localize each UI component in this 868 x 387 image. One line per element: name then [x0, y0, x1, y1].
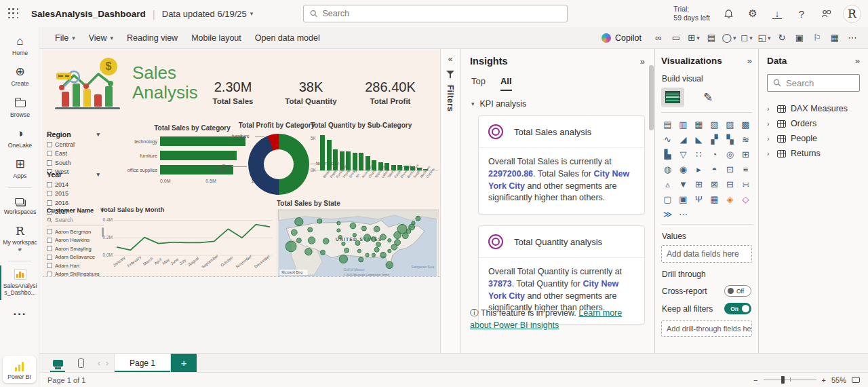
checkbox[interactable]	[47, 191, 52, 196]
sidebar-item-my-workspace[interactable]: R My workspace	[0, 221, 39, 257]
bar-binders[interactable]	[320, 135, 325, 170]
area-chart-icon[interactable]: ◢	[677, 134, 690, 145]
qa-icon[interactable]: ▢	[661, 194, 674, 205]
metrics-icon[interactable]: Ψ	[692, 194, 705, 205]
region-slicer[interactable]: Region▾ CentralEastSouthWest	[47, 130, 100, 175]
sidebar-item-apps[interactable]: ⊞ Apps	[0, 154, 39, 183]
map-bubble[interactable]	[388, 238, 391, 242]
checkbox[interactable]	[47, 151, 52, 156]
app-launcher-icon[interactable]	[8, 8, 19, 19]
fit-to-page-icon[interactable]	[852, 377, 860, 383]
checkbox[interactable]	[47, 182, 52, 187]
filled-map-icon[interactable]: ◉	[677, 164, 690, 175]
build-visual-tab[interactable]	[661, 88, 684, 107]
slicer-option[interactable]: Central	[47, 141, 100, 148]
data-table-dax-measures[interactable]: ›DAX Measures	[767, 101, 860, 116]
map-bubble[interactable]	[386, 261, 393, 269]
tab-top[interactable]: Top	[471, 76, 486, 91]
slicer-option[interactable]: East	[47, 150, 100, 157]
kpi-total-profit[interactable]: 286.40KTotal Profit	[344, 79, 436, 105]
map-bubble[interactable]	[374, 247, 379, 252]
tab-all[interactable]: All	[500, 76, 512, 91]
donut-chart-icon[interactable]: ◎	[724, 149, 736, 160]
treemap-icon[interactable]: ⊞	[739, 149, 752, 160]
prev-page-icon[interactable]: ‹	[98, 358, 100, 368]
map-bubble[interactable]	[337, 229, 340, 232]
zoom-slider[interactable]	[764, 380, 816, 381]
shapes-icon[interactable]: ◯▾	[720, 31, 738, 45]
kpi-total-sales[interactable]: 2.30MTotal Sales	[191, 79, 275, 105]
map-bubble[interactable]	[339, 255, 347, 263]
expand-chevron-icon[interactable]: ›	[767, 149, 772, 158]
sales-by-state-map[interactable]: Total Sales by State UNITED STATES Gulf …	[277, 200, 440, 277]
map-bubble[interactable]	[337, 221, 340, 225]
zoom-out-button[interactable]: −	[753, 376, 757, 384]
sales-by-month-chart[interactable]: Total Sales by Month 0.0M0.2M0.4M Januar…	[100, 206, 274, 270]
next-page-icon[interactable]: ›	[106, 358, 108, 368]
menu-view[interactable]: View▾	[83, 31, 119, 45]
gift-icon[interactable]: ▦	[826, 31, 844, 45]
kpi-icon[interactable]: ▵	[661, 179, 674, 190]
desktop-view-button[interactable]	[46, 354, 69, 372]
map-bubble[interactable]	[320, 250, 325, 255]
quantity-by-subcategory-chart[interactable]: Total Quantity by Sub-Category 5K 0K Bin…	[311, 122, 438, 185]
map-bubble[interactable]	[416, 216, 420, 221]
checkbox[interactable]	[47, 160, 52, 166]
power-bi-switcher[interactable]: Power BI	[3, 356, 36, 383]
save-icon[interactable]: ▣	[791, 31, 808, 45]
map-bubble[interactable]	[342, 242, 345, 245]
menu-file[interactable]: File▾	[49, 31, 81, 45]
map-bubble[interactable]	[355, 240, 360, 245]
map-bubble[interactable]	[371, 237, 376, 242]
checkbox[interactable]	[47, 142, 52, 147]
map-bubble[interactable]	[374, 226, 380, 232]
cross-report-toggle[interactable]: Off	[724, 285, 751, 297]
map-bubble[interactable]	[296, 238, 301, 243]
help-icon[interactable]: ?	[794, 8, 809, 20]
expand-chevron-icon[interactable]: ›	[767, 119, 772, 128]
filter-icon[interactable]	[446, 71, 454, 78]
scatter-chart-icon[interactable]: ∷	[692, 149, 705, 160]
decomposition-tree-icon[interactable]: ∺	[739, 179, 752, 190]
data-table-orders[interactable]: ›Orders	[767, 116, 860, 131]
add-drill-through-fields-well[interactable]: Add drill-through fields here	[661, 320, 752, 337]
sidebar-item-browse[interactable]: Browse	[0, 92, 39, 122]
explore-icon[interactable]: ∞	[650, 31, 667, 45]
menu-reading-view[interactable]: Reading view	[121, 31, 184, 45]
waterfall-chart-icon[interactable]: ▙	[661, 149, 674, 160]
map-bubble[interactable]	[402, 233, 408, 239]
stacked-bar-chart-icon[interactable]: ▤	[661, 119, 674, 130]
slicer-option[interactable]: Adam Shillingsburg	[47, 271, 104, 277]
add-page-button[interactable]: +	[171, 354, 197, 372]
slicer-option[interactable]: Aaron Bergman	[47, 229, 104, 235]
kpi-total-quantity[interactable]: 38KTotal Quantity	[269, 79, 353, 105]
sidebar-item-home[interactable]: ⌂ Home	[0, 31, 39, 60]
multi-row-card-icon[interactable]: ≡	[739, 164, 752, 175]
slicer-option[interactable]: Adam Bellavance	[47, 254, 104, 260]
data-table-people[interactable]: ›People	[767, 131, 860, 146]
filters-pane-label[interactable]: Filters	[446, 85, 455, 112]
more-visuals-icon[interactable]: ⋯	[677, 208, 690, 220]
search-input[interactable]	[322, 9, 561, 18]
sidebar-item-salesanalysis-report[interactable]: SalesAnalysis_Dashbo...	[0, 265, 39, 300]
bar-furnishings[interactable]	[333, 149, 338, 170]
map-bubble[interactable]	[376, 242, 380, 246]
map-bubble[interactable]	[291, 229, 297, 236]
checkbox[interactable]	[47, 246, 52, 251]
text-box-icon[interactable]: ▤	[703, 31, 720, 45]
pie-chart-icon[interactable]: ◔	[708, 149, 721, 160]
map-bubble[interactable]	[295, 217, 303, 225]
map-bubble[interactable]	[406, 229, 411, 234]
power-apps-icon[interactable]: ◇	[739, 194, 752, 205]
pin-icon[interactable]: ⚐	[808, 31, 826, 45]
card-icon[interactable]: ⊡	[724, 164, 736, 175]
map-bubble[interactable]	[350, 223, 356, 229]
text-slicer-icon[interactable]: ⊟	[724, 179, 736, 190]
menu-mobile-layout[interactable]: Mobile layout	[185, 31, 248, 45]
present-icon[interactable]: ◻▾	[738, 31, 755, 45]
map-bubble[interactable]	[305, 248, 313, 255]
line-chart-icon[interactable]: ∿	[661, 134, 674, 145]
funnel-chart-icon[interactable]: ▽	[677, 149, 690, 160]
ribbon-chart-icon[interactable]: ≋	[739, 134, 752, 145]
kpi-analysis-section-toggle[interactable]: ▾ KPI analysis	[471, 99, 645, 109]
